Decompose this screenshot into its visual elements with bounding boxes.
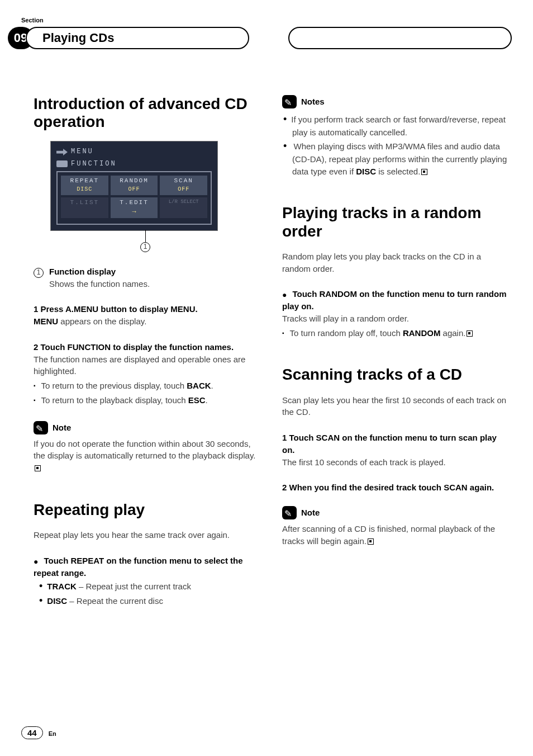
step2-body: The function names are displayed and ope… bbox=[34, 353, 259, 378]
display-cell-repeat: REPEAT DISC bbox=[61, 176, 108, 195]
note-body: If you do not operate the function withi… bbox=[34, 438, 259, 474]
step1-bold: MENU bbox=[34, 316, 58, 326]
step2-bullet1: To return to the previous display, touch… bbox=[34, 380, 259, 392]
rb-pre: To turn random play off, touch bbox=[290, 328, 403, 338]
cell-value: OFF bbox=[178, 186, 189, 194]
li1-rest: – Repeat just the current track bbox=[77, 582, 191, 591]
cell-value: → bbox=[132, 207, 136, 217]
cell-value: OFF bbox=[129, 186, 140, 194]
note-header: Note bbox=[34, 421, 71, 434]
display-cell-random: RANDOM OFF bbox=[111, 176, 158, 195]
empty-pill bbox=[288, 27, 512, 49]
display-panel: REPEAT DISC RANDOM OFF SCAN OFF bbox=[56, 171, 212, 225]
page-number-value: 44 bbox=[21, 726, 43, 739]
rep-option-disc: DISC – Repeat the current disc bbox=[48, 593, 259, 608]
display-frame: MENU FUNCTION REPEAT DISC RANDOM OFF bbox=[50, 141, 218, 231]
notes-label: Notes bbox=[301, 96, 325, 108]
rep-options-list: TRACK – Repeat just the current track DI… bbox=[34, 579, 259, 608]
cell-label: RANDOM bbox=[120, 177, 149, 186]
li2-rest: – Repeat the current disc bbox=[67, 596, 163, 606]
display-menu-label: MENU bbox=[71, 147, 94, 157]
content-columns: Introduction of advanced CD operation ME… bbox=[0, 95, 533, 608]
cell-label: T.LIST bbox=[70, 199, 99, 207]
left-column: Introduction of advanced CD operation ME… bbox=[34, 95, 259, 608]
step1-body: MENU appears on the display. bbox=[34, 315, 259, 328]
callout-number: 1 bbox=[140, 242, 150, 252]
n2-post: is selected. bbox=[376, 167, 420, 176]
notes-list: If you perform track search or fast forw… bbox=[282, 112, 507, 177]
b2-bold: ESC bbox=[188, 395, 206, 405]
scan-note-body: After scanning of a CD is finished, norm… bbox=[282, 523, 507, 547]
cell-label: T.EDIT bbox=[120, 199, 149, 207]
def-number: 1 bbox=[34, 268, 44, 278]
end-square-icon bbox=[368, 538, 374, 545]
heading-repeating: Repeating play bbox=[34, 501, 259, 519]
rand-bullet: To turn random play off, touch RANDOM ag… bbox=[282, 327, 507, 339]
note-item-2: When playing discs with MP3/WMA files an… bbox=[292, 139, 507, 178]
end-square-icon bbox=[35, 465, 41, 471]
scan-intro: Scan play lets you hear the first 10 sec… bbox=[282, 394, 507, 419]
display-cell-tedit: T.EDIT → bbox=[111, 197, 158, 218]
rep-option-track: TRACK – Repeat just the current track bbox=[48, 579, 259, 593]
heading-random: Playing tracks in a random order bbox=[282, 204, 507, 240]
pencil-icon bbox=[34, 421, 48, 434]
note-text: If you do not operate the function withi… bbox=[34, 439, 255, 461]
rep-step-text: Touch REPEAT on the function menu to sel… bbox=[34, 556, 243, 578]
page-number: 44 En bbox=[21, 726, 56, 739]
li2-bold: DISC bbox=[47, 596, 67, 606]
note-label: Note bbox=[53, 422, 71, 434]
step2-head: 2 Touch FUNCTION to display the function… bbox=[34, 341, 259, 353]
rep-step-head: Touch REPEAT on the function menu to sel… bbox=[34, 555, 259, 579]
cell-label: L/R SELECT bbox=[169, 199, 199, 206]
cd-icon bbox=[56, 160, 68, 167]
rb-post: again. bbox=[440, 328, 465, 338]
scan-step2-head: 2 When you find the desired track touch … bbox=[282, 481, 507, 494]
b1-pre: To return to the previous display, touch bbox=[41, 381, 187, 390]
cell-label: SCAN bbox=[174, 177, 193, 186]
display-cell-scan: SCAN OFF bbox=[160, 176, 207, 195]
step2-bullet2: To return to the playback display, touch… bbox=[34, 394, 259, 407]
right-column: Notes If you perform track search or fas… bbox=[282, 95, 507, 608]
step1-rest: appears on the display. bbox=[58, 316, 146, 326]
rand-step-head: Touch RANDOM on the function menu to tur… bbox=[282, 288, 507, 313]
def-label: Function display bbox=[49, 266, 116, 278]
cell-label: REPEAT bbox=[70, 177, 99, 186]
scan-step1-head: 1 Touch SCAN on the function menu to tur… bbox=[282, 432, 507, 456]
heading-intro: Introduction of advanced CD operation bbox=[34, 95, 259, 131]
b2-pre: To return to the playback display, touch bbox=[41, 395, 188, 405]
rep-intro: Repeat play lets you hear the same track… bbox=[34, 529, 259, 541]
scan-step1-body: The first 10 seconds of each track is pl… bbox=[282, 456, 507, 469]
cell-value: DISC bbox=[77, 186, 92, 194]
callout-line: 1 bbox=[134, 230, 156, 252]
rand-body: Tracks will play in a random order. bbox=[282, 313, 507, 325]
end-square-icon bbox=[467, 330, 473, 337]
rb-bold: RANDOM bbox=[403, 328, 441, 338]
scan-note-header: Note bbox=[282, 506, 320, 519]
rand-intro: Random play lets you play back tracks on… bbox=[282, 251, 507, 275]
end-square-icon bbox=[421, 169, 427, 175]
note-item-1: If you perform track search or fast forw… bbox=[292, 112, 507, 139]
display-function-label: FUNCTION bbox=[71, 159, 117, 169]
n2-bold: DISC bbox=[356, 167, 376, 176]
function-display-definition: 1 Function display bbox=[34, 266, 259, 278]
scan-note-text: After scanning of a CD is finished, norm… bbox=[282, 524, 495, 546]
li1-bold: TRACK bbox=[47, 582, 77, 591]
step1-head: 1 Press A.MENU button to display MENU. bbox=[34, 303, 259, 315]
heading-scan: Scanning tracks of a CD bbox=[282, 366, 507, 384]
chapter-title-pill: Playing CDs bbox=[26, 27, 249, 49]
notes-header: Notes bbox=[282, 95, 325, 108]
def-desc: Shows the function names. bbox=[49, 278, 259, 290]
section-label: Section bbox=[21, 17, 44, 23]
scan-note-label: Note bbox=[301, 507, 320, 519]
pencil-icon bbox=[282, 95, 297, 108]
display-cell-lrselect: L/R SELECT bbox=[160, 197, 207, 218]
page-lang: En bbox=[49, 730, 56, 737]
function-display-figure: MENU FUNCTION REPEAT DISC RANDOM OFF bbox=[50, 141, 218, 252]
display-cell-tlist: T.LIST bbox=[61, 197, 108, 218]
b1-bold: BACK bbox=[187, 381, 211, 390]
rand-step-text: Touch RANDOM on the function menu to tur… bbox=[282, 289, 506, 311]
header-row: 09 Playing CDs bbox=[0, 27, 533, 50]
pencil-icon bbox=[282, 506, 297, 519]
back-arrow-icon bbox=[56, 149, 68, 155]
